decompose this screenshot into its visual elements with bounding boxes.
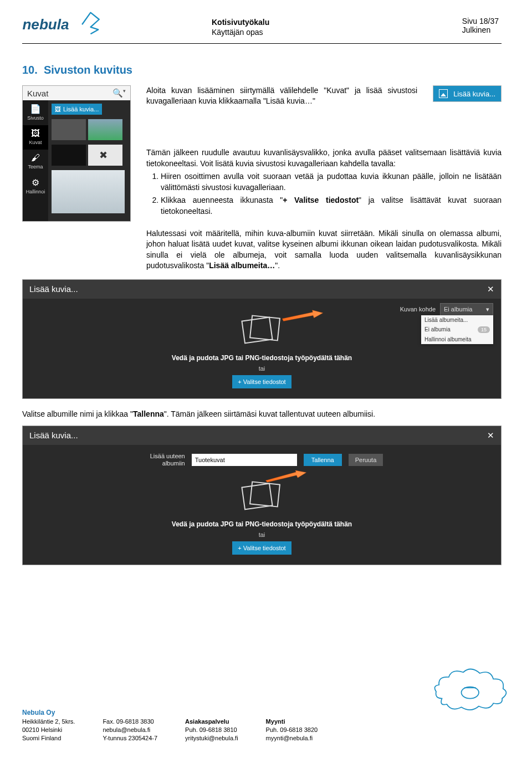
svg-point-3	[462, 687, 479, 699]
search-icon[interactable]: 🔍▾	[112, 88, 126, 98]
screenshot-sidebar: Kuvat 🔍▾ 📄Sivusto 🖼Kuvat 🖌Teema ⚙Hallinn…	[22, 85, 131, 222]
screenshot-dialog-new-album: Lisää kuvia... ✕ Lisää uuteen albumiin T…	[22, 426, 502, 565]
close-icon[interactable]: ✕	[487, 284, 494, 294]
screenshot-add-button: Lisää kuvia...	[433, 85, 502, 102]
dialog-title: Lisää kuvia...	[29, 431, 78, 441]
nav-rail: 📄Sivusto 🖼Kuvat 🖌Teema ⚙Hallinnoi	[23, 100, 48, 221]
dropdown-manage-albums: Hallinnoi albumeita	[421, 335, 493, 344]
step-1: Hiiren osoittimen avulla voit suoraan ve…	[161, 171, 502, 193]
image-icon	[439, 89, 448, 98]
nav-sivusto[interactable]: 📄Sivusto	[23, 100, 48, 125]
cancel-button[interactable]: Peruuta	[349, 454, 383, 466]
nebula-logo: nebula	[22, 8, 116, 44]
page-number: Sivu 18/37	[462, 17, 499, 25]
doc-subtitle: Käyttäjän opas	[212, 28, 347, 37]
doc-header: nebula Kotisivutyökalu Käyttäjän opas Si…	[0, 0, 532, 55]
select-files-button[interactable]: + Valitse tiedostot	[232, 541, 291, 555]
close-icon[interactable]: ✕	[487, 431, 494, 441]
nav-teema[interactable]: 🖌Teema	[23, 150, 48, 174]
section-heading: 10. Sivuston kuvitus	[22, 64, 502, 76]
svg-text:nebula: nebula	[22, 16, 69, 33]
images-stack-icon	[243, 480, 282, 511]
album-select[interactable]: Ei albumia▾	[440, 303, 493, 316]
save-button[interactable]: Tallenna	[304, 454, 342, 466]
screenshot-dialog-album-dropdown: Lisää kuvia... ✕ Kuvan kohde Ei albumia▾…	[22, 279, 502, 399]
add-images-hint-btn[interactable]: Lisää kuvia...	[433, 86, 501, 101]
cloud-doodle-icon	[432, 664, 510, 714]
dialog-title: Lisää kuvia...	[29, 284, 78, 294]
dropdown-no-album: Ei albumia15	[421, 325, 493, 335]
doc-title: Kotisivutyökalu	[212, 18, 269, 27]
header-right: Sivu 18/37 Julkinen	[462, 17, 499, 34]
panel-title: Kuvat	[27, 89, 48, 98]
doc-footer: Nebula Oy Heikkiläntie 2, 5krs. 00210 He…	[22, 709, 502, 742]
album-dropdown[interactable]: Lisää albumeita... Ei albumia15 Hallinno…	[421, 315, 493, 344]
svg-marker-1	[282, 310, 323, 321]
nav-kuvat[interactable]: 🖼Kuvat	[23, 125, 48, 150]
images-stack-icon	[243, 314, 282, 345]
paragraph-2: Tämän jälkeen ruudulle avautuu kuvanlisä…	[146, 147, 502, 217]
footer-col-contact: Fax. 09-6818 3830 nebula@nebula.fi Y-tun…	[103, 718, 157, 742]
drop-hint: Vedä ja pudota JPG tai PNG-tiedostoja ty…	[33, 354, 491, 362]
or-label: tai	[33, 365, 491, 372]
target-label: Kuvan kohde	[400, 306, 436, 313]
nav-hallinnoi[interactable]: ⚙Hallinnoi	[23, 174, 48, 199]
paragraph-3: Halutessasi voit määritellä, mihin kuva-…	[146, 228, 502, 272]
classification-label: Julkinen	[462, 25, 499, 34]
paragraph-4: Valitse albumille nimi ja klikkaa "Talle…	[22, 409, 502, 420]
intro-paragraph: Aloita kuvan lisääminen siirtymällä väli…	[146, 85, 417, 106]
header-center: Kotisivutyökalu Käyttäjän opas	[211, 17, 348, 38]
drop-hint: Vedä ja pudota JPG tai PNG-tiedostoja ty…	[33, 520, 491, 528]
footer-brand: Nebula Oy	[22, 709, 502, 716]
add-images-button[interactable]: 🖼 Lisää kuvia...	[52, 104, 102, 115]
footer-col-sales: Myynti Puh. 09-6818 3820 myynti@nebula.f…	[266, 718, 318, 742]
footer-col-support: Asiakaspalvelu Puh. 09-6818 3810 yrityst…	[185, 718, 238, 742]
chevron-down-icon: ▾	[486, 306, 489, 313]
footer-col-address: Heikkiläntie 2, 5krs. 00210 Helsinki Suo…	[22, 718, 75, 742]
dropdown-add-albums: Lisää albumeita...	[421, 315, 493, 325]
album-name-input[interactable]	[192, 454, 297, 466]
or-label: tai	[33, 531, 491, 538]
header-rule	[22, 43, 502, 44]
select-files-button[interactable]: + Valitse tiedostot	[232, 375, 291, 388]
step-2: Klikkaa auenneesta ikkunasta "+ Valitse …	[161, 195, 502, 217]
new-album-label: Lisää uuteen albumiin	[141, 453, 185, 467]
